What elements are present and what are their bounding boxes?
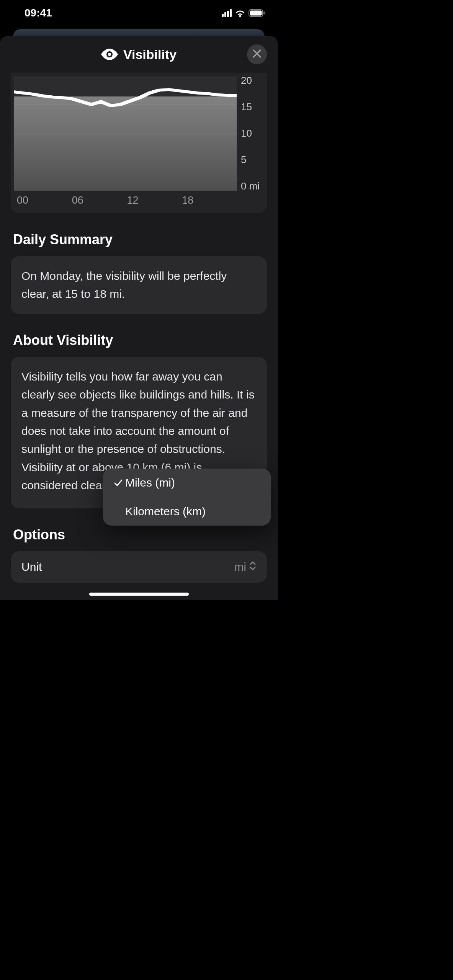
unit-row[interactable]: Unit mi bbox=[11, 551, 267, 583]
about-visibility-heading: About Visibility bbox=[0, 314, 278, 357]
visibility-chart[interactable] bbox=[14, 76, 237, 191]
visibility-sheet: Visibility 20 15 10 bbox=[0, 36, 278, 600]
unit-option-kilometers[interactable]: Kilometers (km) bbox=[103, 497, 271, 526]
sheet-title: Visibility bbox=[123, 47, 177, 62]
daily-summary-heading: Daily Summary bbox=[0, 213, 278, 256]
x-tick: 12 bbox=[127, 194, 182, 206]
visibility-chart-card: 20 15 10 5 0 mi 00 06 12 18 bbox=[11, 73, 267, 213]
y-tick: 0 mi bbox=[241, 180, 260, 192]
checkmark-icon bbox=[111, 478, 125, 487]
close-icon bbox=[253, 49, 261, 59]
svg-rect-2 bbox=[263, 11, 265, 15]
x-axis: 00 06 12 18 bbox=[14, 191, 264, 208]
x-tick: 06 bbox=[72, 194, 127, 206]
y-tick: 10 bbox=[241, 127, 252, 139]
clock: 09:41 bbox=[25, 7, 52, 19]
svg-rect-1 bbox=[250, 11, 262, 16]
chevron-up-down-icon bbox=[249, 560, 256, 573]
status-bar: 09:41 bbox=[0, 0, 278, 23]
menu-item-label: Kilometers (km) bbox=[125, 505, 206, 518]
y-axis: 20 15 10 5 0 mi bbox=[237, 76, 264, 191]
background-card-peek bbox=[13, 29, 265, 37]
svg-point-4 bbox=[108, 53, 111, 56]
unit-label: Unit bbox=[21, 560, 42, 573]
x-tick: 00 bbox=[17, 194, 72, 206]
sheet-header: Visibility bbox=[0, 36, 278, 73]
status-indicators bbox=[222, 9, 265, 17]
cellular-icon bbox=[222, 9, 232, 17]
unit-menu: Miles (mi) Kilometers (km) bbox=[103, 469, 271, 526]
battery-icon bbox=[249, 9, 265, 17]
daily-summary-text: On Monday, the visibility will be perfec… bbox=[21, 270, 227, 300]
x-tick: 18 bbox=[182, 194, 237, 206]
menu-item-label: Miles (mi) bbox=[125, 476, 175, 489]
y-tick: 15 bbox=[241, 101, 252, 113]
home-indicator[interactable] bbox=[89, 593, 189, 596]
y-tick: 20 bbox=[241, 75, 252, 87]
daily-summary-card: On Monday, the visibility will be perfec… bbox=[11, 256, 267, 314]
y-tick: 5 bbox=[241, 154, 246, 166]
unit-value: mi bbox=[234, 560, 256, 573]
eye-icon bbox=[101, 49, 118, 60]
wifi-icon bbox=[235, 9, 245, 17]
unit-option-miles[interactable]: Miles (mi) bbox=[103, 469, 271, 497]
close-button[interactable] bbox=[247, 44, 267, 64]
